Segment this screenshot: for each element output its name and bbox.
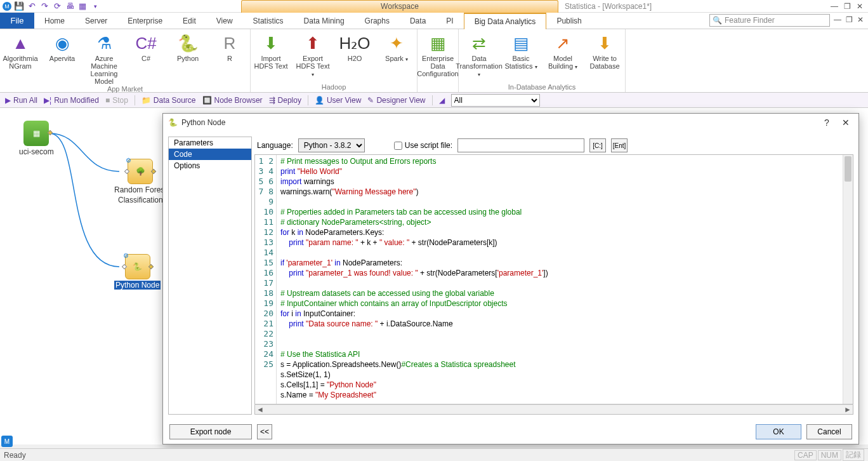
node-python[interactable]: ⚙ 🐍 Python Node — [114, 254, 161, 290]
tab-edit[interactable]: Edit — [173, 13, 206, 29]
close-icon[interactable]: ✕ — [854, 1, 865, 11]
back-button[interactable]: << — [257, 424, 272, 439]
save-icon[interactable]: 💾 — [14, 1, 24, 11]
nav-parameters[interactable]: Parameters — [169, 137, 251, 149]
run-modified-button[interactable]: ▶¦Run Modified — [44, 96, 99, 105]
model-building-button[interactable]: ↗ModelBuilding ▾ — [545, 30, 581, 83]
node-random-forest[interactable]: ⚙ 🌳 Random Forest Classification — [114, 159, 167, 204]
cancel-button[interactable]: Cancel — [806, 424, 852, 439]
dialog-nav: Parameters Code Options — [168, 137, 252, 415]
help-button[interactable]: ? — [819, 115, 834, 130]
export-node-button[interactable]: Export node — [169, 424, 252, 439]
import-hdfs-icon: ⬇ — [261, 33, 281, 53]
code-editor[interactable]: 1 2 3 4 5 6 7 8 9 10 11 12 13 14 15 16 1… — [254, 154, 853, 404]
node-data-source[interactable]: ▦ uci-secom — [19, 121, 54, 156]
filter-icon[interactable]: ◢ — [439, 96, 445, 105]
close-button[interactable]: ✕ — [838, 115, 853, 130]
tab-view[interactable]: View — [206, 13, 243, 29]
language-select[interactable]: Python - 3.8.2 — [298, 138, 365, 152]
horizontal-scrollbar[interactable]: ◄► — [254, 404, 853, 415]
spreadsheet-icon: ▦ — [33, 129, 40, 138]
doc-minimize-icon[interactable]: — — [832, 15, 843, 25]
basic-statistics-button[interactable]: ▤BasicStatistics ▾ — [503, 30, 539, 83]
grid-icon[interactable]: ▦ — [77, 1, 88, 11]
button-label: C# — [141, 55, 150, 62]
data-transformation-button[interactable]: ⇄DataTransformation ▾ — [461, 30, 497, 83]
ok-button[interactable]: OK — [756, 424, 801, 439]
tab-statistics[interactable]: Statistics — [243, 13, 294, 29]
doc-close-icon[interactable]: ✕ — [855, 15, 865, 25]
apervita-button[interactable]: ◉Apervita — [44, 30, 80, 85]
write-to-db-button[interactable]: ⬇Write toDatabase — [587, 30, 622, 83]
deploy-button[interactable]: ⇶Deploy — [269, 96, 301, 105]
python-icon: 🐍 — [168, 118, 178, 127]
redo-icon[interactable]: ↷ — [39, 1, 49, 11]
undo-icon[interactable]: ↶ — [27, 1, 37, 11]
print-icon[interactable]: 🖶 — [65, 1, 75, 11]
csharp-button[interactable]: C#C# — [128, 30, 164, 85]
tab-publish[interactable]: Publish — [546, 13, 591, 29]
enterprise-data-config-icon: ▦ — [428, 33, 448, 53]
button-label: BasicStatistics ▾ — [504, 55, 537, 71]
model-building-icon: ↗ — [553, 33, 573, 53]
tab-enterprise[interactable]: Enterprise — [117, 13, 173, 29]
node-label: uci-secom — [19, 147, 54, 156]
python-node-dialog: 🐍 Python Node ? ✕ Parameters Code Option… — [162, 113, 859, 444]
button-label: ModelBuilding ▾ — [548, 55, 577, 71]
user-view-button[interactable]: 👤User View — [315, 96, 361, 105]
tab-data-mining[interactable]: Data Mining — [294, 13, 355, 29]
code-area[interactable]: # Print messages to Output and Errors re… — [277, 155, 843, 404]
ent-button[interactable]: [Ent] — [611, 138, 628, 152]
group-label: In-Database Analytics — [461, 83, 622, 92]
r-button[interactable]: RR — [212, 30, 247, 85]
stop-button[interactable]: ■Stop — [105, 96, 128, 105]
gear-icon: ⚙ — [126, 157, 131, 164]
run-all-button[interactable]: ▶Run All — [5, 96, 37, 105]
export-hdfs-button[interactable]: ⬆ExportHDFS Text ▾ — [295, 30, 331, 83]
h2o-button[interactable]: H₂OH2O — [337, 30, 372, 83]
tab-home[interactable]: Home — [34, 13, 75, 29]
tab-big-data-analytics[interactable]: Big Data Analytics — [464, 13, 547, 29]
write-to-db-icon: ⬇ — [595, 33, 615, 53]
vertical-scrollbar[interactable] — [843, 155, 853, 404]
azure-ml-button[interactable]: ⚗Azure MachineLearning Model — [86, 30, 122, 85]
doc-restore-icon[interactable]: ❐ — [844, 15, 854, 25]
tab-server[interactable]: Server — [75, 13, 117, 29]
data-source-button[interactable]: 📁Data Source — [141, 96, 196, 105]
spark-button[interactable]: ✦Spark ▾ — [379, 30, 414, 83]
minimize-icon[interactable]: — — [829, 1, 840, 11]
import-hdfs-button[interactable]: ⬇ImportHDFS Text — [253, 30, 289, 83]
button-label: H2O — [348, 55, 362, 62]
qat-dropdown-icon[interactable]: ▾ — [90, 1, 100, 11]
node-label: Python Node — [114, 281, 161, 290]
tab-data[interactable]: Data — [400, 13, 436, 29]
python-icon: 🐍 — [133, 262, 142, 271]
feature-finder[interactable]: 🔍 Feature Finder — [709, 14, 830, 27]
filter-select[interactable]: All — [451, 94, 540, 107]
status-num: NUM — [818, 450, 841, 460]
python-button[interactable]: 🐍Python — [170, 30, 206, 85]
algorithmia-ngram-button[interactable]: ▲AlgorithmiaNGram — [3, 30, 38, 85]
status-cap: CAP — [794, 450, 817, 460]
restore-icon[interactable]: ❐ — [841, 1, 853, 11]
designer-view-button[interactable]: ✎Designer View — [367, 96, 425, 105]
tab-graphs[interactable]: Graphs — [355, 13, 400, 29]
nav-options[interactable]: Options — [169, 160, 251, 171]
script-path-input[interactable] — [457, 138, 584, 152]
refresh-icon[interactable]: ⟳ — [52, 1, 62, 11]
search-icon: 🔍 — [713, 16, 722, 25]
node-browser-button[interactable]: 🔲Node Browser — [202, 96, 263, 105]
file-tab[interactable]: File — [0, 13, 34, 29]
button-label: ExportHDFS Text ▾ — [295, 55, 331, 79]
csharp-icon: C# — [136, 33, 156, 53]
browse-c-button[interactable]: [C:] — [589, 138, 606, 152]
enterprise-data-config-button[interactable]: ▦Enterprise DataConfiguration — [420, 30, 456, 91]
nav-code[interactable]: Code — [169, 149, 251, 160]
button-label: R — [227, 55, 232, 62]
app-icon[interactable]: M — [3, 2, 11, 11]
app-title: Statistica - [Workspace1*] — [565, 0, 652, 13]
use-script-checkbox[interactable]: Use script file: — [394, 141, 452, 150]
tab-pi[interactable]: PI — [436, 13, 463, 29]
title-bar: M 💾 ↶ ↷ ⟳ 🖶 ▦ ▾ Workspace Statistica - [… — [0, 0, 868, 13]
app-corner-icon[interactable]: M — [1, 436, 13, 447]
